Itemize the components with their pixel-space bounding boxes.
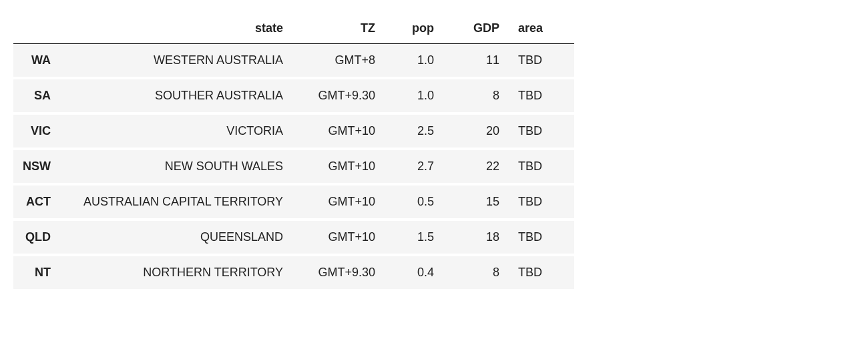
header-area: area [509,13,574,44]
cell-area: TBD [509,184,574,220]
cell-tz: GMT+10 [292,149,385,184]
cell-area: TBD [509,78,574,113]
row-index: SA [13,78,60,113]
cell-pop: 0.4 [385,255,443,290]
cell-state: VICTORIA [60,113,292,149]
cell-state: AUSTRALIAN CAPITAL TERRITORY [60,184,292,220]
cell-tz: GMT+10 [292,220,385,255]
table-row: WA WESTERN AUSTRALIA GMT+8 1.0 11 TBD [13,44,574,79]
header-state: state [60,13,292,44]
cell-area: TBD [509,44,574,79]
row-index: NSW [13,149,60,184]
cell-tz: GMT+10 [292,184,385,220]
row-index: VIC [13,113,60,149]
cell-gdp: 15 [443,184,509,220]
cell-tz: GMT+9.30 [292,255,385,290]
row-index: NT [13,255,60,290]
cell-state: NEW SOUTH WALES [60,149,292,184]
data-table: state TZ pop GDP area WA WESTERN AUSTRAL… [13,13,574,292]
cell-area: TBD [509,113,574,149]
cell-area: TBD [509,149,574,184]
cell-tz: GMT+10 [292,113,385,149]
cell-gdp: 22 [443,149,509,184]
cell-gdp: 8 [443,78,509,113]
table-row: ACT AUSTRALIAN CAPITAL TERRITORY GMT+10 … [13,184,574,220]
cell-pop: 1.0 [385,44,443,79]
cell-state: NORTHERN TERRITORY [60,255,292,290]
cell-gdp: 20 [443,113,509,149]
cell-area: TBD [509,255,574,290]
header-row: state TZ pop GDP area [13,13,574,44]
header-blank [13,13,60,44]
cell-pop: 1.0 [385,78,443,113]
header-gdp: GDP [443,13,509,44]
cell-state: SOUTHER AUSTRALIA [60,78,292,113]
table-row: QLD QUEENSLAND GMT+10 1.5 18 TBD [13,220,574,255]
table-row: NT NORTHERN TERRITORY GMT+9.30 0.4 8 TBD [13,255,574,290]
cell-tz: GMT+9.30 [292,78,385,113]
table-row: NSW NEW SOUTH WALES GMT+10 2.7 22 TBD [13,149,574,184]
cell-tz: GMT+8 [292,44,385,79]
cell-state: QUEENSLAND [60,220,292,255]
cell-gdp: 11 [443,44,509,79]
cell-gdp: 18 [443,220,509,255]
header-pop: pop [385,13,443,44]
cell-area: TBD [509,220,574,255]
row-index: ACT [13,184,60,220]
cell-state: WESTERN AUSTRALIA [60,44,292,79]
cell-pop: 2.7 [385,149,443,184]
row-index: WA [13,44,60,79]
row-index: QLD [13,220,60,255]
cell-pop: 1.5 [385,220,443,255]
cell-pop: 2.5 [385,113,443,149]
table-row: SA SOUTHER AUSTRALIA GMT+9.30 1.0 8 TBD [13,78,574,113]
table-row: VIC VICTORIA GMT+10 2.5 20 TBD [13,113,574,149]
cell-gdp: 8 [443,255,509,290]
header-tz: TZ [292,13,385,44]
cell-pop: 0.5 [385,184,443,220]
